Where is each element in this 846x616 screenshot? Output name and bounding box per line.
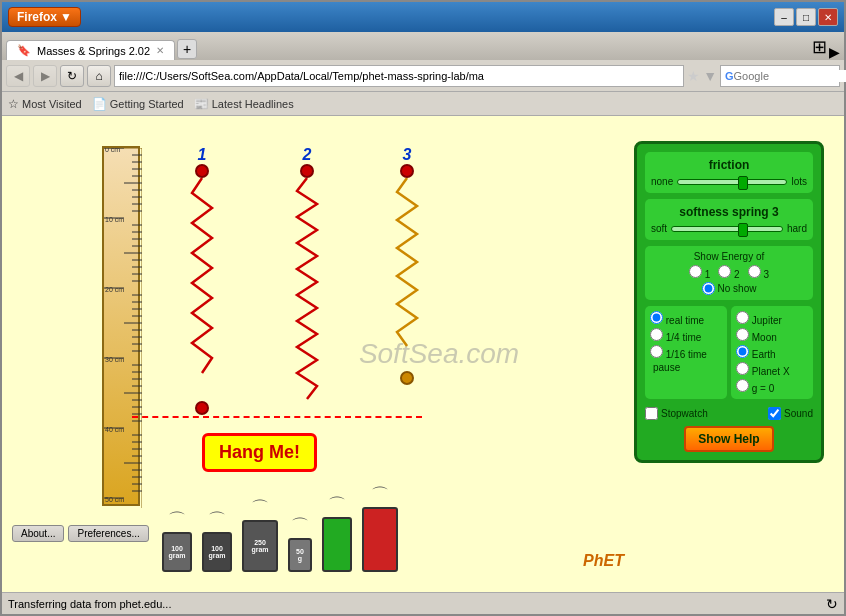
gravity-jupiter-label[interactable]: Jupiter — [736, 311, 808, 326]
gravity-jupiter-radio[interactable] — [736, 311, 749, 324]
tab-favicon: 🔖 — [17, 44, 31, 57]
bookmark-star-icon[interactable]: ★ — [687, 68, 700, 84]
spring-2-svg — [292, 178, 322, 438]
bookmark-latest-headlines[interactable]: 📰 Latest Headlines — [194, 97, 294, 111]
mass-50g[interactable]: ⌒ 50g — [288, 514, 312, 572]
most-visited-icon: ☆ — [8, 97, 19, 111]
softness-thumb[interactable] — [738, 223, 748, 237]
forward-button[interactable]: ▶ — [33, 65, 57, 87]
gravity-moon-label[interactable]: Moon — [736, 328, 808, 343]
mass-red[interactable]: ⌒ — [362, 483, 398, 572]
tab-label: Masses & Springs 2.02 — [37, 45, 150, 57]
title-bar: Firefox ▼ – □ ✕ — [2, 2, 844, 32]
energy-1-radio[interactable] — [689, 265, 702, 278]
time-real-label[interactable]: real time — [650, 311, 722, 326]
latest-headlines-label: Latest Headlines — [212, 98, 294, 110]
hang-me-label: Hang Me! — [202, 433, 317, 472]
gravity-earth-radio[interactable] — [736, 345, 749, 358]
gravity-moon-radio[interactable] — [736, 328, 749, 341]
spring-1-anchor — [195, 164, 209, 178]
energy-3-radio[interactable] — [748, 265, 761, 278]
gravity-zero-radio[interactable] — [736, 379, 749, 392]
mass-body-3: 250gram — [242, 520, 278, 572]
close-button[interactable]: ✕ — [818, 8, 838, 26]
time-real-radio[interactable] — [650, 311, 663, 324]
friction-section: friction none lots — [645, 152, 813, 193]
getting-started-label: Getting Started — [110, 98, 184, 110]
sound-label[interactable]: Sound — [768, 407, 813, 420]
mass-100g-1[interactable]: ⌒ 100gram — [162, 508, 192, 572]
mass-green[interactable]: ⌒ — [322, 493, 352, 572]
gravity-planetx-label[interactable]: Planet X — [736, 362, 808, 377]
bookmark-getting-started[interactable]: 📄 Getting Started — [92, 97, 184, 111]
mass-250g[interactable]: ⌒ 250gram — [242, 496, 278, 572]
firefox-menu-button[interactable]: Firefox ▼ — [8, 7, 81, 27]
spring-3-label: 3 — [392, 146, 422, 164]
about-button[interactable]: About... — [12, 525, 64, 542]
mass-hook-2: ⌒ — [208, 508, 226, 532]
svg-text:40 cm: 40 cm — [105, 426, 124, 433]
softness-track[interactable] — [671, 226, 783, 232]
sound-checkbox[interactable] — [768, 407, 781, 420]
energy-2-radio[interactable] — [718, 265, 731, 278]
sound-text: Sound — [784, 408, 813, 419]
mass-hook-3: ⌒ — [251, 496, 269, 520]
gravity-zero-label[interactable]: g = 0 — [736, 379, 808, 394]
mass-hook-4: ⌒ — [291, 514, 309, 538]
mass-hook-1: ⌒ — [168, 508, 186, 532]
bookmark-most-visited[interactable]: ☆ Most Visited — [8, 97, 82, 111]
ruler: ruler lines 0 cm10 cm20 cm30 cm40 cm50 c… — [102, 146, 140, 506]
time-sixteenth-radio[interactable] — [650, 345, 663, 358]
svg-text:10 cm: 10 cm — [105, 216, 124, 223]
mass-body-2: 100gram — [202, 532, 232, 572]
back-button[interactable]: ◀ — [6, 65, 30, 87]
status-text: Transferring data from phet.edu... — [8, 598, 171, 610]
new-tab-button[interactable]: + — [177, 39, 197, 59]
masses-area: ⌒ 100gram ⌒ 100gram ⌒ 250gram ⌒ 50g — [162, 483, 398, 572]
mass-100g-2[interactable]: ⌒ 100gram — [202, 508, 232, 572]
spring-2-container: 2 — [292, 146, 322, 455]
minimize-button[interactable]: – — [774, 8, 794, 26]
friction-track[interactable] — [677, 179, 787, 185]
friction-title: friction — [651, 158, 807, 172]
time-quarter-radio[interactable] — [650, 328, 663, 341]
show-help-button[interactable]: Show Help — [684, 426, 773, 452]
nav-arrow-right-icon[interactable]: ▶ — [829, 44, 840, 60]
time-sixteenth-label[interactable]: 1/16 time — [650, 345, 722, 360]
energy-noshow-radio[interactable] — [702, 282, 715, 295]
search-input[interactable] — [734, 70, 846, 82]
energy-2-label[interactable]: 2 — [718, 265, 739, 280]
friction-thumb[interactable] — [738, 176, 748, 190]
stopwatch-label[interactable]: Stopwatch — [645, 407, 708, 420]
maximize-button[interactable]: □ — [796, 8, 816, 26]
simulation: SoftSea.com ruler lines 0 cm10 cm20 cm30… — [2, 116, 844, 592]
google-icon: G — [725, 70, 734, 82]
grid-view-button[interactable]: ⊞ — [812, 36, 827, 58]
softness-section: softness spring 3 soft hard — [645, 199, 813, 240]
spring-3-svg — [392, 178, 422, 368]
energy-3-label[interactable]: 3 — [748, 265, 769, 280]
search-box[interactable]: G 🔍 — [720, 65, 840, 87]
mass-body-5 — [322, 517, 352, 572]
address-bar[interactable] — [114, 65, 684, 87]
gravity-earth-label[interactable]: Earth — [736, 345, 808, 360]
home-button[interactable]: ⌂ — [87, 65, 111, 87]
bookmarks-bar: ☆ Most Visited 📄 Getting Started 📰 Lates… — [2, 92, 844, 116]
preferences-button[interactable]: Preferences... — [68, 525, 148, 542]
stopwatch-checkbox[interactable] — [645, 407, 658, 420]
mass-body-4: 50g — [288, 538, 312, 572]
time-section: real time 1/4 time 1/16 time pause — [645, 306, 727, 399]
spring-3-mass — [400, 371, 414, 385]
energy-1-label[interactable]: 1 — [689, 265, 710, 280]
spring-3-anchor — [400, 164, 414, 178]
energy-radio-row: 1 2 3 — [650, 265, 808, 280]
active-tab[interactable]: 🔖 Masses & Springs 2.02 ✕ — [6, 40, 175, 60]
gravity-options: Jupiter Moon Earth Planet X g = 0 — [736, 311, 808, 394]
reload-button[interactable]: ↻ — [60, 65, 84, 87]
firefox-label: Firefox — [17, 10, 57, 24]
time-quarter-label[interactable]: 1/4 time — [650, 328, 722, 343]
gravity-planetx-radio[interactable] — [736, 362, 749, 375]
most-visited-label: Most Visited — [22, 98, 82, 110]
tab-close-icon[interactable]: ✕ — [156, 45, 164, 56]
nav-bar: ◀ ▶ ↻ ⌂ ★ ▼ G 🔍 — [2, 60, 844, 92]
